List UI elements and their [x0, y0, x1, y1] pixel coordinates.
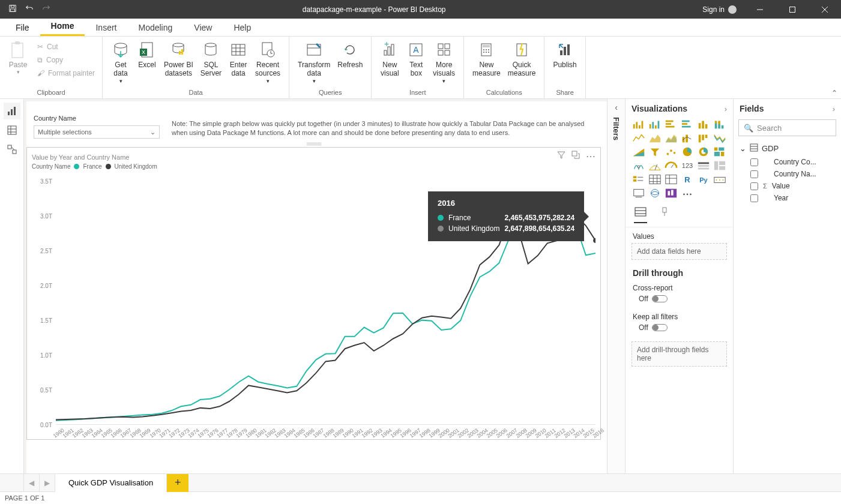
viz-type-21[interactable]: 123 — [680, 160, 695, 172]
viz-type-9[interactable] — [680, 132, 695, 144]
viz-type-14[interactable] — [664, 146, 678, 158]
svg-point-42 — [483, 52, 484, 53]
viz-type-24[interactable] — [632, 173, 646, 185]
page-next-button[interactable]: ▶ — [40, 474, 55, 492]
model-view-button[interactable] — [4, 141, 20, 158]
viz-type-15[interactable] — [680, 146, 695, 158]
fields-search[interactable]: 🔍 Search — [738, 119, 836, 136]
field-countryco[interactable]: Country Co... — [734, 156, 841, 168]
get-data-button[interactable]: Get data▾ — [107, 39, 134, 86]
viz-type-12[interactable] — [632, 146, 646, 158]
viz-type-28[interactable]: Py — [696, 173, 711, 185]
tab-help[interactable]: Help — [223, 19, 262, 36]
redo-icon[interactable] — [42, 4, 50, 14]
viz-type-13[interactable] — [648, 146, 662, 158]
pbi-datasets-button[interactable]: Power BI datasets — [160, 39, 197, 79]
viz-tab-format[interactable] — [658, 206, 671, 223]
viz-type-27[interactable]: R — [680, 173, 695, 185]
report-view-button[interactable] — [4, 103, 20, 119]
svg-rect-57 — [13, 150, 16, 154]
viz-type-11[interactable] — [713, 132, 727, 144]
filter-icon[interactable] — [557, 151, 565, 162]
add-page-button[interactable]: + — [167, 474, 188, 492]
viz-type-23[interactable] — [713, 160, 727, 172]
filters-label[interactable]: Filters — [612, 117, 621, 140]
viz-tab-fields[interactable] — [634, 206, 647, 223]
text-box-button[interactable]: AText box — [403, 39, 429, 79]
viz-type-4[interactable] — [696, 118, 711, 130]
viz-type-17[interactable] — [713, 146, 727, 158]
more-icon[interactable]: ⋯ — [586, 151, 595, 162]
svg-text:R: R — [684, 175, 690, 184]
viz-type-33[interactable] — [680, 187, 695, 199]
viz-type-32[interactable] — [664, 187, 678, 199]
viz-type-31[interactable] — [648, 187, 662, 199]
visual-title: Value by Year and Country Name — [27, 148, 600, 163]
publish-button[interactable]: Publish — [549, 39, 580, 70]
recent-sources-button[interactable]: Recent sources▾ — [252, 39, 284, 86]
enter-data-button[interactable]: Enter data — [225, 39, 252, 79]
sql-server-button[interactable]: SQL Server — [197, 39, 225, 79]
refresh-button[interactable]: Refresh — [334, 39, 366, 70]
cross-report-toggle[interactable]: Off — [633, 295, 726, 303]
save-icon[interactable] — [8, 4, 17, 14]
viz-type-3[interactable] — [680, 118, 695, 130]
viz-type-30[interactable] — [632, 187, 646, 199]
line-chart-visual[interactable]: ⋯ Value by Year and Country Name Country… — [26, 147, 601, 440]
excel-button[interactable]: XExcel — [134, 39, 160, 70]
collapse-viz-icon[interactable]: › — [725, 104, 727, 113]
viz-type-16[interactable] — [696, 146, 711, 158]
drillthrough-well[interactable]: Add drill-through fields here — [632, 341, 727, 367]
viz-type-1[interactable] — [648, 118, 662, 130]
tab-view[interactable]: View — [183, 19, 223, 36]
viz-type-20[interactable] — [664, 160, 678, 172]
paste-icon — [8, 40, 28, 59]
viz-type-2[interactable] — [664, 118, 678, 130]
data-view-button[interactable] — [4, 122, 20, 139]
expand-filters-icon[interactable]: ‹ — [615, 103, 618, 112]
svg-rect-35 — [445, 50, 450, 55]
viz-type-7[interactable] — [648, 132, 662, 144]
transform-data-button[interactable]: Transform data▾ — [294, 39, 334, 86]
viz-type-29[interactable] — [713, 173, 727, 185]
undo-icon[interactable] — [25, 4, 34, 14]
viz-type-19[interactable] — [648, 160, 662, 172]
field-value[interactable]: ΣValue — [734, 180, 841, 192]
values-well[interactable]: Add data fields here — [632, 243, 727, 260]
new-visual-button[interactable]: +New visual — [376, 39, 403, 79]
focus-icon[interactable] — [571, 151, 580, 162]
field-year[interactable]: Year — [734, 192, 841, 204]
viz-type-18[interactable] — [632, 160, 646, 172]
viz-type-0[interactable] — [632, 118, 646, 130]
collapse-fields-icon[interactable]: › — [833, 104, 835, 113]
maximize-button[interactable] — [779, 0, 806, 19]
viz-type-6[interactable] — [632, 132, 646, 144]
new-measure-button[interactable]: New measure — [469, 39, 504, 79]
signin-button[interactable]: Sign in — [698, 5, 741, 14]
report-canvas[interactable]: Country Name Multiple selections ⌄ Note:… — [26, 101, 607, 473]
tab-modeling[interactable]: Modeling — [127, 19, 183, 36]
svg-rect-136 — [668, 191, 671, 195]
more-visuals-button[interactable]: More visuals▾ — [429, 39, 459, 86]
viz-type-26[interactable] — [664, 173, 678, 185]
minimize-button[interactable] — [746, 0, 774, 19]
keep-filters-toggle[interactable]: Off — [633, 323, 726, 332]
page-tab-1[interactable]: Quick GDP Visualisation — [55, 474, 167, 492]
tab-home[interactable]: Home — [40, 17, 85, 36]
slicer-country[interactable]: Country Name Multiple selections ⌄ — [34, 115, 160, 139]
viz-type-22[interactable] — [696, 160, 711, 172]
slicer-dropdown[interactable]: Multiple selections ⌄ — [34, 125, 160, 139]
viz-type-10[interactable] — [696, 132, 711, 144]
field-countryna[interactable]: Country Na... — [734, 168, 841, 180]
viz-type-8[interactable] — [664, 132, 678, 144]
visual-handle[interactable] — [307, 143, 321, 145]
tab-file[interactable]: File — [5, 19, 40, 36]
quick-measure-button[interactable]: Quick measure — [504, 39, 540, 79]
viz-type-25[interactable] — [648, 173, 662, 185]
viz-type-5[interactable] — [713, 118, 727, 130]
tab-insert[interactable]: Insert — [85, 19, 127, 36]
collapse-ribbon-icon[interactable]: ⌃ — [831, 89, 837, 97]
close-button[interactable] — [811, 0, 839, 19]
table-gdp[interactable]: ⌄ GDP — [734, 141, 841, 156]
page-prev-button[interactable]: ◀ — [24, 474, 40, 492]
